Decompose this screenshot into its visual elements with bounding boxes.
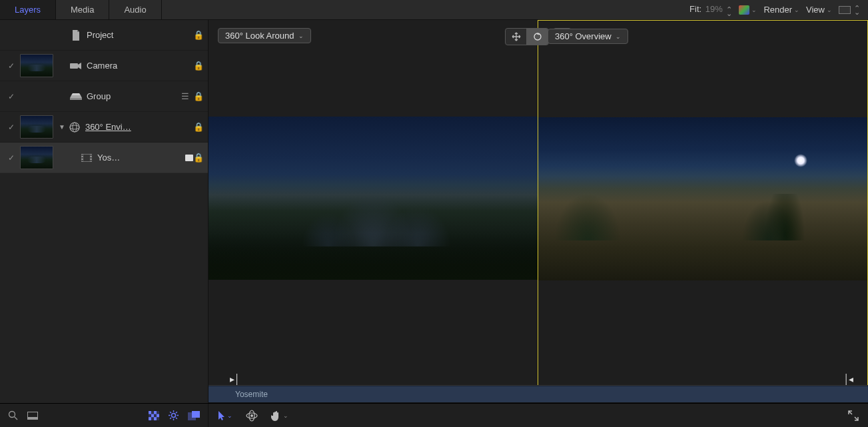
- chevron-down-icon: ⌄: [751, 7, 757, 13]
- layer-row-project[interactable]: Project 🔒: [0, 20, 208, 51]
- chevron-down-icon: ⌄: [827, 7, 832, 13]
- layer-row-clip[interactable]: ✓ Yos… 🔒: [0, 143, 208, 173]
- layer-label: Project: [87, 30, 193, 40]
- svg-rect-17: [28, 417, 38, 420]
- svg-point-1: [70, 123, 79, 132]
- lock-icon[interactable]: 🔒: [193, 30, 204, 40]
- fit-label: Fit:: [689, 4, 701, 14]
- lock-icon[interactable]: 🔒: [193, 61, 204, 71]
- canvas-area: 360° Look Around ⌄: [209, 20, 868, 403]
- lock-icon[interactable]: 🔒: [193, 122, 204, 132]
- stack-icon: ☰: [181, 91, 189, 101]
- timeline-ruler[interactable]: ▸│ ▸│: [209, 375, 868, 386]
- layer-row-360env[interactable]: ✓ ▼ 360° Envi… 🔒: [0, 112, 208, 143]
- svg-rect-20: [154, 411, 157, 414]
- tab-media[interactable]: Media: [56, 0, 109, 19]
- svg-line-33: [170, 418, 171, 419]
- layer-thumbnail: [20, 54, 53, 77]
- panel-tabs: Layers Media Audio: [0, 0, 162, 19]
- layer-label: 360° Envi…: [85, 122, 193, 132]
- checker-icon[interactable]: [149, 411, 159, 420]
- pan-tool-button[interactable]: [506, 29, 527, 45]
- fit-value: 19%: [705, 4, 723, 14]
- render-menu[interactable]: Render ⌄: [763, 5, 799, 15]
- svg-point-2: [70, 125, 79, 129]
- svg-line-31: [176, 418, 177, 419]
- clip-icon: [80, 154, 93, 162]
- viewer-left[interactable]: 360° Look Around ⌄: [209, 20, 538, 403]
- viewer-camera-menu-left[interactable]: 360° Look Around ⌄: [218, 28, 311, 43]
- preview-image-right: [538, 117, 867, 280]
- group-icon: [69, 93, 83, 100]
- svg-rect-35: [192, 411, 200, 418]
- svg-rect-21: [151, 414, 154, 417]
- enable-checkbox[interactable]: ✓: [5, 153, 17, 163]
- orbit-tool-button[interactable]: [527, 29, 548, 45]
- tab-layers[interactable]: Layers: [0, 0, 56, 19]
- svg-rect-19: [149, 411, 151, 414]
- svg-point-38: [250, 414, 253, 417]
- layer-label: Camera: [87, 61, 193, 71]
- search-icon[interactable]: [8, 410, 18, 420]
- enable-checkbox[interactable]: ✓: [5, 123, 17, 132]
- playhead-out-icon[interactable]: ▸│: [843, 374, 853, 384]
- enable-checkbox[interactable]: ✓: [5, 61, 17, 71]
- enable-checkbox[interactable]: ✓: [5, 92, 17, 101]
- select-tool[interactable]: ⌄: [218, 410, 232, 421]
- project-icon: [69, 30, 83, 41]
- aspect-menu[interactable]: ⌃⌄: [839, 6, 860, 14]
- color-swatch-icon: [739, 5, 749, 15]
- chevron-down-icon: ⌄: [616, 33, 621, 40]
- chevron-down-icon: ⌄: [283, 412, 288, 419]
- layer-label: Yos…: [97, 153, 183, 163]
- badge-icon: [185, 155, 193, 161]
- svg-line-30: [170, 412, 171, 413]
- mask-icon[interactable]: [188, 411, 200, 420]
- chevron-down-icon: ⌄: [794, 7, 799, 13]
- svg-rect-12: [91, 160, 92, 161]
- stepper-icon: ⌃⌄: [726, 7, 732, 15]
- layer-thumbnail: [20, 115, 53, 139]
- svg-rect-8: [82, 157, 83, 159]
- svg-rect-9: [82, 160, 83, 161]
- layer-label: Group: [87, 91, 181, 101]
- 360-environment-icon: [68, 122, 81, 133]
- svg-rect-11: [91, 157, 92, 159]
- layers-panel: Project 🔒 ✓ Camera 🔒 ✓ Group: [0, 20, 209, 403]
- preview-image-left: [209, 117, 538, 280]
- svg-line-32: [176, 412, 177, 413]
- lock-icon[interactable]: 🔒: [193, 153, 204, 163]
- expand-icon[interactable]: [848, 410, 859, 421]
- layer-row-camera[interactable]: ✓ Camera 🔒: [0, 51, 208, 81]
- svg-point-14: [9, 412, 15, 418]
- viewer-camera-menu-right[interactable]: 360° Overview ⌄: [548, 29, 628, 44]
- svg-rect-0: [70, 63, 78, 69]
- 3d-transform-tool[interactable]: [246, 410, 258, 422]
- hand-tool[interactable]: ⌄: [271, 410, 288, 422]
- svg-line-15: [15, 417, 18, 420]
- stepper-icon: ⌃⌄: [854, 6, 860, 14]
- timeline-clip[interactable]: Yosemite: [209, 386, 868, 403]
- chevron-down-icon: ⌄: [298, 33, 304, 39]
- tab-audio[interactable]: Audio: [109, 0, 161, 19]
- gear-icon[interactable]: [169, 410, 179, 420]
- svg-rect-10: [91, 155, 92, 156]
- panel-layout-icon[interactable]: [27, 412, 38, 420]
- playhead-in-icon[interactable]: ▸│: [230, 374, 240, 384]
- lock-icon[interactable]: 🔒: [193, 91, 204, 101]
- rect-icon: [839, 6, 851, 14]
- fit-control[interactable]: Fit: 19% ⌃⌄: [689, 4, 732, 15]
- view-menu[interactable]: View ⌄: [806, 5, 832, 15]
- color-channel-menu[interactable]: ⌄: [739, 5, 757, 15]
- timeline-clip-label: Yosemite: [235, 390, 268, 399]
- svg-point-25: [172, 414, 176, 418]
- camera-icon: [69, 62, 83, 70]
- svg-rect-22: [157, 414, 159, 417]
- disclosure-triangle-icon[interactable]: ▼: [59, 123, 65, 131]
- svg-rect-24: [154, 417, 157, 420]
- layer-row-group[interactable]: ✓ Group ☰ 🔒: [0, 81, 208, 112]
- svg-rect-23: [149, 417, 151, 420]
- viewer-right[interactable]: 360° Overview ⌄: [538, 20, 868, 403]
- layer-thumbnail: [20, 146, 53, 169]
- svg-rect-7: [82, 155, 83, 156]
